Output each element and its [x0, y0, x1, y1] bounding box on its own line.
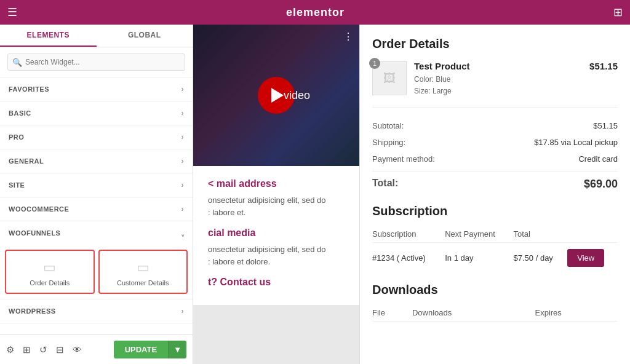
sidebar-section-header-basic[interactable]: BASIC ›	[0, 101, 193, 125]
widgets-grid: ▭ Order Details ▭ Customer Details	[0, 245, 193, 299]
settings-icon[interactable]: ⚙	[6, 344, 14, 355]
chevron-down-icon: ˄	[180, 229, 185, 237]
widget-order-details[interactable]: ▭ Order Details	[5, 250, 95, 294]
video-options-icon[interactable]: ⋮	[343, 31, 353, 42]
preview-icon[interactable]: 👁	[73, 344, 82, 355]
sidebar-search: 🔍	[0, 47, 193, 77]
widget-customer-details[interactable]: ▭ Customer Details	[98, 250, 188, 294]
widget-customer-details-icon: ▭	[137, 259, 150, 275]
layers-icon[interactable]: ⊞	[23, 344, 31, 355]
app-logo: elementor	[286, 6, 345, 19]
sidebar-section-pro: PRO ›	[0, 125, 193, 149]
total-value: $69.00	[584, 178, 618, 191]
chevron-right-icon: ›	[181, 205, 185, 213]
sub-col-next-payment: Next Payment	[445, 226, 513, 243]
sidebar-section-header-general[interactable]: GENERAL ›	[0, 149, 193, 173]
product-image-icon: 🖼	[383, 71, 396, 85]
table-row: #1234 ( Active) In 1 day $7.50 / day Vie…	[372, 243, 618, 274]
chevron-right-icon: ›	[181, 307, 185, 315]
video-label: video	[284, 89, 310, 102]
tab-global[interactable]: GLOBAL	[97, 25, 193, 47]
product-name: Test Product	[414, 61, 589, 71]
favorites-label: FAVORITES	[9, 85, 49, 93]
chevron-right-icon: ›	[181, 181, 185, 189]
sidebar-tabs: ELEMENTS GLOBAL	[0, 25, 193, 47]
sidebar-sections: FAVORITES › BASIC › PRO › GENERAL	[0, 77, 193, 334]
sub-col-action	[567, 226, 618, 243]
subscription-title: Subscription	[372, 204, 618, 218]
widget-customer-details-label: Customer Details	[117, 279, 169, 287]
order-line-total: Total: $69.00	[372, 171, 618, 194]
sidebar-section-wordpress: WORDPRESS ›	[0, 299, 193, 323]
sidebar-section-header-wordpress[interactable]: WORDPRESS ›	[0, 299, 193, 323]
search-input[interactable]	[7, 53, 185, 71]
sidebar-section-header-pro[interactable]: PRO ›	[0, 125, 193, 149]
canvas-content: < mail address onsectetur adipisicing el…	[193, 166, 359, 305]
subtotal-value: $51.15	[593, 121, 618, 130]
bottom-toolbar: ⚙ ⊞ ↺ ⊟ 👁 UPDATE ▼	[0, 334, 193, 364]
payment-label: Payment method:	[372, 154, 435, 164]
canvas-section1-text1: onsectetur adipisicing elit, sed do	[208, 194, 345, 207]
play-triangle-icon	[271, 88, 284, 103]
chevron-right-icon: ›	[181, 133, 185, 141]
sidebar-section-header-site[interactable]: SITE ›	[0, 173, 193, 197]
order-product-row: 1 🖼 Test Product Color: Blue Size: Large…	[372, 61, 618, 108]
view-subscription-button[interactable]: View	[567, 249, 604, 267]
sidebar-section-basic: BASIC ›	[0, 101, 193, 125]
main-layout: ELEMENTS GLOBAL 🔍 FAVORITES › BASIC ›	[0, 25, 630, 364]
downloads-col-expires: Expires	[535, 304, 618, 322]
sub-id: #1234 ( Active)	[372, 243, 445, 274]
order-line-payment: Payment method: Credit card	[372, 151, 618, 167]
search-icon: 🔍	[12, 58, 22, 67]
product-color: Color: Blue	[414, 74, 589, 85]
sub-col-subscription: Subscription	[372, 226, 445, 243]
canvas-section3-title: t? Contact us	[208, 277, 345, 288]
toolbar-icons: ⚙ ⊞ ↺ ⊟ 👁	[6, 344, 82, 355]
product-thumbnail: 1 🖼	[372, 61, 407, 95]
canvas-section1-title: < mail address	[208, 178, 345, 189]
downloads-table: File Downloads Expires	[372, 304, 618, 322]
woocommerce-label: WOOCOMMERCE	[9, 205, 69, 213]
canvas-section2-text1: onsectetur adipisicing elit, sed do	[208, 243, 345, 256]
order-line-subtotal: Subtotal: $51.15	[372, 117, 618, 134]
search-wrapper: 🔍	[7, 53, 185, 71]
hamburger-icon[interactable]: ☰	[7, 6, 17, 19]
downloads-title: Downloads	[372, 283, 618, 297]
video-section: video ⋮	[193, 25, 359, 166]
basic-label: BASIC	[9, 109, 31, 117]
sidebar-section-header-woocommerce[interactable]: WOOCOMMERCE ›	[0, 197, 193, 221]
chevron-right-icon: ›	[181, 109, 185, 117]
update-button[interactable]: UPDATE	[114, 341, 168, 358]
sidebar-section-general: GENERAL ›	[0, 149, 193, 173]
sidebar-section-header-favorites[interactable]: FAVORITES ›	[0, 77, 193, 101]
canvas-section1-text2: : labore et.	[208, 207, 345, 219]
widget-order-details-icon: ▭	[43, 259, 56, 275]
grid-icon[interactable]: ⊞	[613, 6, 623, 19]
canvas-section2-text2: : labore et dolore.	[208, 256, 345, 268]
general-label: GENERAL	[9, 157, 44, 165]
responsive-icon[interactable]: ⊟	[56, 344, 64, 355]
canvas-area: video ⋮ < mail address onsectetur adipis…	[193, 25, 359, 364]
order-details-title: Order Details	[372, 37, 618, 51]
product-badge: 1	[369, 58, 380, 69]
sidebar-section-woocommerce: WOOCOMMERCE ›	[0, 197, 193, 221]
sub-view-cell: View	[567, 243, 618, 274]
widget-order-details-label: Order Details	[30, 279, 70, 287]
product-price: $51.15	[589, 61, 618, 71]
tab-elements[interactable]: ELEMENTS	[0, 25, 97, 47]
product-info: Test Product Color: Blue Size: Large	[414, 61, 589, 97]
sidebar-section-site: SITE ›	[0, 173, 193, 197]
wordpress-label: WORDPRESS	[9, 307, 56, 315]
pro-label: PRO	[9, 133, 24, 141]
sidebar-section-header-woofunnels[interactable]: WOOFUNNELS ˄	[0, 221, 193, 245]
update-arrow-button[interactable]: ▼	[168, 341, 186, 358]
site-label: SITE	[9, 181, 25, 189]
payment-value: Credit card	[578, 154, 618, 164]
subtotal-label: Subtotal:	[372, 121, 404, 130]
downloads-col-downloads: Downloads	[412, 304, 535, 322]
chevron-right-icon: ›	[181, 157, 185, 165]
history-icon[interactable]: ↺	[39, 344, 47, 355]
subscription-table: Subscription Next Payment Total #1234 ( …	[372, 226, 618, 273]
top-bar: ☰ elementor ⊞	[0, 0, 630, 25]
downloads-col-file: File	[372, 304, 412, 322]
